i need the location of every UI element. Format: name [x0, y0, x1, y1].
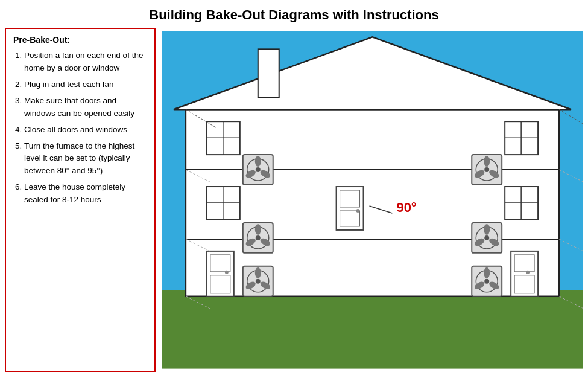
instruction-item-3: Make sure that doors and windows can be … — [24, 95, 147, 120]
svg-text:90°: 90° — [396, 200, 416, 215]
instruction-item-1: Position a fan on each end of the home b… — [24, 50, 147, 75]
svg-rect-53 — [511, 251, 538, 296]
instructions-panel: Pre-Bake-Out: Position a fan on each end… — [5, 28, 156, 372]
svg-point-46 — [484, 224, 490, 235]
svg-point-52 — [225, 271, 229, 274]
svg-point-60 — [255, 267, 261, 278]
svg-rect-31 — [337, 187, 364, 230]
svg-point-22 — [484, 156, 490, 167]
svg-rect-4 — [258, 49, 279, 97]
svg-point-40 — [255, 224, 261, 235]
svg-rect-49 — [207, 251, 234, 296]
instructions-heading: Pre-Bake-Out: — [13, 35, 147, 45]
svg-point-15 — [256, 167, 261, 172]
page-title: Building Bake-Out Diagrams with Instruct… — [0, 0, 588, 28]
svg-point-59 — [256, 279, 261, 284]
svg-point-65 — [484, 279, 489, 284]
house-diagram: 90° — [162, 28, 583, 372]
svg-rect-1 — [162, 290, 583, 369]
instructions-list: Position a fan on each end of the home b… — [13, 50, 147, 207]
svg-point-56 — [526, 271, 530, 274]
instruction-item-5: Turn the furnace to the highest level it… — [24, 140, 147, 178]
svg-point-45 — [484, 235, 489, 240]
instruction-item-2: Plug in and test each fan — [24, 78, 147, 91]
svg-point-39 — [256, 235, 261, 240]
svg-point-66 — [484, 267, 490, 278]
svg-rect-2 — [186, 109, 559, 296]
svg-point-34 — [356, 209, 360, 213]
svg-point-21 — [484, 167, 489, 172]
instruction-item-4: Close all doors and windows — [24, 124, 147, 136]
svg-point-16 — [255, 156, 261, 167]
instruction-item-6: Leave the house completely sealed for 8-… — [24, 181, 147, 207]
